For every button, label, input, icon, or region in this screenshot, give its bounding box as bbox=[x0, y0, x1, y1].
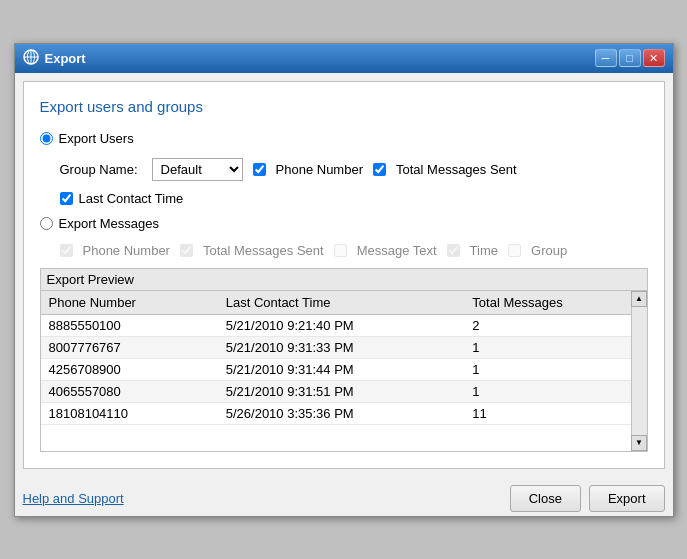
phone-number-checkbox[interactable] bbox=[253, 163, 266, 176]
col-total: Total Messages bbox=[464, 291, 646, 315]
group-name-label: Group Name: bbox=[60, 162, 138, 177]
cell-total: 1 bbox=[464, 358, 646, 380]
msg-total-checkbox bbox=[180, 244, 193, 257]
scroll-down-button[interactable]: ▼ bbox=[631, 435, 647, 451]
section-heading: Export users and groups bbox=[40, 98, 648, 115]
export-button[interactable]: Export bbox=[589, 485, 665, 512]
preview-table-container: Phone Number Last Contact Time Total Mes… bbox=[41, 291, 647, 451]
table-header-row: Phone Number Last Contact Time Total Mes… bbox=[41, 291, 647, 315]
export-preview-section: Export Preview Phone Number Last Contact… bbox=[40, 268, 648, 452]
table-row: 4256708900 5/21/2010 9:31:44 PM 1 bbox=[41, 358, 647, 380]
export-users-radio-row: Export Users bbox=[40, 131, 648, 146]
msg-text-label: Message Text bbox=[357, 243, 437, 258]
group-name-select[interactable]: Default All Groups Group A bbox=[152, 158, 243, 181]
scrollbar[interactable]: ▲ ▼ bbox=[631, 291, 647, 451]
messages-options-row: Phone Number Total Messages Sent Message… bbox=[60, 243, 648, 258]
scroll-track[interactable] bbox=[632, 307, 647, 435]
table-row: 4065557080 5/21/2010 9:31:51 PM 1 bbox=[41, 380, 647, 402]
minimize-button[interactable]: ─ bbox=[595, 49, 617, 67]
preview-table: Phone Number Last Contact Time Total Mes… bbox=[41, 291, 647, 425]
cell-time: 5/21/2010 9:21:40 PM bbox=[218, 314, 465, 336]
last-contact-row: Last Contact Time bbox=[60, 191, 648, 206]
close-window-button[interactable]: ✕ bbox=[643, 49, 665, 67]
main-content: Export users and groups Export Users Gro… bbox=[23, 81, 665, 469]
cell-phone: 4256708900 bbox=[41, 358, 218, 380]
total-messages-checkbox[interactable] bbox=[373, 163, 386, 176]
cell-total: 1 bbox=[464, 336, 646, 358]
total-messages-checkbox-label[interactable]: Total Messages Sent bbox=[396, 162, 517, 177]
cell-time: 5/26/2010 3:35:36 PM bbox=[218, 402, 465, 424]
preview-header: Export Preview bbox=[41, 269, 647, 291]
msg-total-label: Total Messages Sent bbox=[203, 243, 324, 258]
scroll-up-button[interactable]: ▲ bbox=[631, 291, 647, 307]
msg-phone-checkbox bbox=[60, 244, 73, 257]
cell-total: 1 bbox=[464, 380, 646, 402]
cell-total: 2 bbox=[464, 314, 646, 336]
table-row: 8885550100 5/21/2010 9:21:40 PM 2 bbox=[41, 314, 647, 336]
table-header: Phone Number Last Contact Time Total Mes… bbox=[41, 291, 647, 315]
window-icon bbox=[23, 49, 39, 68]
cell-total: 11 bbox=[464, 402, 646, 424]
footer: Help and Support Close Export bbox=[15, 477, 673, 516]
msg-group-label: Group bbox=[531, 243, 567, 258]
msg-phone-label: Phone Number bbox=[83, 243, 170, 258]
footer-buttons: Close Export bbox=[510, 485, 665, 512]
cell-time: 5/21/2010 9:31:33 PM bbox=[218, 336, 465, 358]
group-name-row: Group Name: Default All Groups Group A P… bbox=[60, 158, 648, 181]
cell-phone: 8885550100 bbox=[41, 314, 218, 336]
last-contact-label[interactable]: Last Contact Time bbox=[79, 191, 184, 206]
table-row: 8007776767 5/21/2010 9:31:33 PM 1 bbox=[41, 336, 647, 358]
msg-time-checkbox bbox=[447, 244, 460, 257]
export-messages-radio-row: Export Messages bbox=[40, 216, 648, 231]
export-dialog: Export ─ □ ✕ Export users and groups Exp… bbox=[14, 43, 674, 517]
cell-phone: 8007776767 bbox=[41, 336, 218, 358]
phone-number-checkbox-label[interactable]: Phone Number bbox=[276, 162, 363, 177]
msg-group-checkbox bbox=[508, 244, 521, 257]
table-body: 8885550100 5/21/2010 9:21:40 PM 2 800777… bbox=[41, 314, 647, 424]
last-contact-checkbox[interactable] bbox=[60, 192, 73, 205]
window-title: Export bbox=[45, 51, 86, 66]
export-users-label[interactable]: Export Users bbox=[59, 131, 134, 146]
export-messages-label[interactable]: Export Messages bbox=[59, 216, 159, 231]
title-controls: ─ □ ✕ bbox=[595, 49, 665, 67]
title-bar: Export ─ □ ✕ bbox=[15, 44, 673, 73]
cell-phone: 18108104110 bbox=[41, 402, 218, 424]
table-row: 18108104110 5/26/2010 3:35:36 PM 11 bbox=[41, 402, 647, 424]
cell-phone: 4065557080 bbox=[41, 380, 218, 402]
export-messages-radio[interactable] bbox=[40, 217, 53, 230]
msg-time-label: Time bbox=[470, 243, 498, 258]
title-bar-left: Export bbox=[23, 49, 86, 68]
close-button[interactable]: Close bbox=[510, 485, 581, 512]
col-time: Last Contact Time bbox=[218, 291, 465, 315]
cell-time: 5/21/2010 9:31:51 PM bbox=[218, 380, 465, 402]
restore-button[interactable]: □ bbox=[619, 49, 641, 67]
col-phone: Phone Number bbox=[41, 291, 218, 315]
help-link[interactable]: Help and Support bbox=[23, 491, 124, 506]
export-users-radio[interactable] bbox=[40, 132, 53, 145]
cell-time: 5/21/2010 9:31:44 PM bbox=[218, 358, 465, 380]
msg-text-checkbox bbox=[334, 244, 347, 257]
